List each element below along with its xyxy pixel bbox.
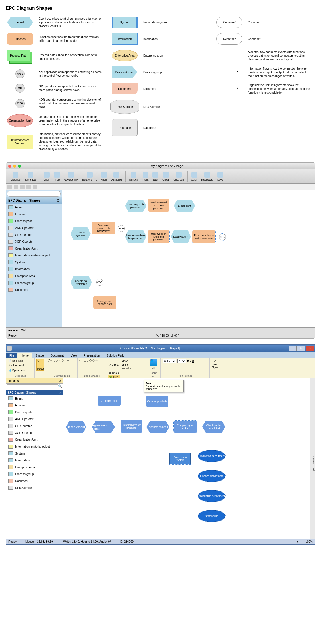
node-accounting[interactable]: Accounting department xyxy=(198,490,225,502)
node-ordered[interactable]: Ordered products xyxy=(146,396,168,407)
close-panel-icon[interactable]: ✕ xyxy=(59,379,61,382)
toolbar-rotate-&-flip[interactable]: Rotate & Flip xyxy=(81,171,99,182)
search-icon[interactable]: 🔍 xyxy=(58,384,62,389)
sidebar-item-information-material-object[interactable]: Information/ material object xyxy=(6,252,62,259)
smart-connector[interactable]: Smart xyxy=(121,359,132,363)
node-finance[interactable]: Finance department xyxy=(198,470,225,482)
sidebar-item-process-group[interactable]: Process group xyxy=(6,471,63,477)
node-proof[interactable]: Proof completion and correctness xyxy=(192,230,215,243)
shapes-header[interactable]: EPC Diagram Shapes✕ xyxy=(6,390,63,395)
chain-connector[interactable]: ⛓ Chain xyxy=(108,371,120,375)
toolbar-identical[interactable]: Identical xyxy=(127,171,140,182)
tool-icon[interactable] xyxy=(14,185,18,189)
select-button[interactable]: ↖Select xyxy=(36,359,44,371)
node-production[interactable]: Production department xyxy=(198,450,225,462)
sidebar-item-system[interactable]: System xyxy=(6,259,62,266)
node-agreement[interactable]: Agreement xyxy=(98,396,121,406)
sidebar-item-event[interactable]: Event xyxy=(6,204,62,211)
toolbar-chain[interactable]: Chain xyxy=(42,171,52,182)
node-storehouse[interactable]: Storehouse xyxy=(198,510,225,522)
node-send-email[interactable]: Send an e-mail with new password xyxy=(148,199,169,212)
clone-button[interactable]: ✎ Clone Tool xyxy=(8,364,24,367)
sidebar-item-enterprise-area[interactable]: Enterprise Area xyxy=(6,272,62,279)
node-does-user[interactable]: Does user remember his password? xyxy=(92,222,115,234)
tab-file[interactable]: File xyxy=(6,353,17,358)
sidebar-item-information-material-object[interactable]: Information/ material object xyxy=(6,443,63,450)
sidebar-item-document[interactable]: Document xyxy=(6,286,62,293)
fontsize-select[interactable]: 9 xyxy=(177,359,186,363)
sidebar-item-information[interactable]: Information xyxy=(6,457,63,464)
zoom-level[interactable]: 75% xyxy=(21,329,26,332)
maximize-button[interactable]: □ xyxy=(297,346,305,351)
node-automation[interactable]: Automation System xyxy=(169,453,191,464)
node-shipping[interactable]: Shipping ordered products xyxy=(121,420,142,433)
tab-solution-park[interactable]: Solution Park xyxy=(103,353,127,358)
sidebar-item-event[interactable]: Event xyxy=(6,395,63,402)
sidebar-item-xor-operator[interactable]: XOR Operator xyxy=(6,429,63,436)
node-data-typed[interactable]: Data typed in xyxy=(171,230,191,243)
round-connector[interactable]: Round ▾ xyxy=(121,367,132,370)
font-select[interactable]: Calibri xyxy=(163,359,176,363)
sidebar-item-process-group[interactable]: Process group xyxy=(6,279,62,286)
toolbar-tree[interactable]: Tree xyxy=(52,171,62,182)
minimize-icon[interactable] xyxy=(13,165,16,168)
node-xor[interactable]: XOR xyxy=(118,225,125,232)
close-button[interactable]: ✕ xyxy=(306,346,314,351)
library-search-input[interactable] xyxy=(7,384,58,389)
sidebar-item-or-operator[interactable]: OR Operator xyxy=(6,422,63,429)
sidebar-item-organization-unit[interactable]: Organization Unit xyxy=(6,245,62,252)
toolbar-align[interactable]: Align xyxy=(99,171,109,182)
sidebar-item-process-path[interactable]: Process path xyxy=(6,409,63,416)
node-xor3[interactable]: XOR xyxy=(96,279,103,286)
toolbar-ungroup[interactable]: UnGroup xyxy=(172,171,186,182)
sidebar-item-organization-unit[interactable]: Organization Unit xyxy=(6,436,63,443)
sidebar-item-information[interactable]: Information xyxy=(6,266,62,272)
node-user-forgot[interactable]: User forgot his password xyxy=(125,200,146,212)
minimize-button[interactable]: _ xyxy=(289,346,297,351)
text-style-button[interactable]: AText Style xyxy=(211,359,219,369)
eyedropper-button[interactable]: 💧 Eyedropper xyxy=(8,368,27,372)
underline-button[interactable]: U xyxy=(192,360,194,363)
toolbar-templates[interactable]: Templates xyxy=(23,171,38,182)
tab-document[interactable]: Document xyxy=(47,353,67,358)
close-icon[interactable] xyxy=(8,165,11,168)
tab-presentation[interactable]: Presentation xyxy=(80,353,103,358)
tool-icon[interactable] xyxy=(7,185,12,189)
sidebar-item-function[interactable]: Function xyxy=(6,402,63,409)
sidebar-item-document[interactable]: Document xyxy=(6,477,63,484)
node-user-types-data[interactable]: User types in needed data xyxy=(93,296,116,309)
node-xor2[interactable]: XOR xyxy=(219,234,226,240)
node-products-shipped[interactable]: Products shipped xyxy=(146,421,169,433)
toolbar-save[interactable]: Save xyxy=(216,171,225,182)
node-agreement-signed[interactable]: Agreement signed xyxy=(92,421,115,433)
tool-icon[interactable] xyxy=(33,185,37,189)
zoom-slider[interactable]: ─●─── 100% xyxy=(295,540,313,543)
diagram-canvas[interactable]: User is registered Does user remember hi… xyxy=(62,190,315,327)
toolbar-group[interactable]: Group xyxy=(160,171,171,182)
sidebar-item-enterprise-area[interactable]: Enterprise Area xyxy=(6,464,63,471)
close-icon[interactable]: ✕ xyxy=(59,391,61,394)
diagram-canvas[interactable]: TreeConnect selected objects with connec… xyxy=(63,378,315,539)
toolbar-libraries[interactable]: Libraries xyxy=(9,171,22,182)
node-in-the[interactable]: in the ement xyxy=(66,421,86,433)
maximize-icon[interactable] xyxy=(18,165,21,168)
sidebar-item-system[interactable]: System xyxy=(6,450,63,457)
node-email-sent[interactable]: E-mail sent xyxy=(174,200,195,212)
tab-view[interactable]: View xyxy=(67,353,80,358)
direct-connector[interactable]: ↗ Direct xyxy=(108,363,120,366)
node-user-registered[interactable]: User is registered xyxy=(71,227,91,240)
node-completing[interactable]: Completing an order xyxy=(174,421,197,433)
sidebar-item-or-operator[interactable]: OR Operator xyxy=(6,231,62,238)
toolbar-distribute[interactable]: Distribute xyxy=(109,171,124,182)
spline-connector[interactable]: Spline xyxy=(121,363,132,366)
tool-icon[interactable] xyxy=(26,185,31,189)
node-user-remembers[interactable]: User remembers his password xyxy=(125,230,146,243)
toolbar-back[interactable]: Back xyxy=(151,171,160,182)
tab-shape[interactable]: Shape xyxy=(32,353,47,358)
duplicate-button[interactable]: 📋 Duplicate xyxy=(8,359,24,363)
sidebar-item-xor-operator[interactable]: XOR Operator xyxy=(6,238,62,245)
sidebar-item-and-operator[interactable]: AND Operator xyxy=(6,224,62,231)
italic-button[interactable]: I xyxy=(190,360,191,363)
node-client-order[interactable]: Client's order completed xyxy=(202,421,225,433)
toolbar-reverse-link[interactable]: Reverse link xyxy=(62,171,80,182)
